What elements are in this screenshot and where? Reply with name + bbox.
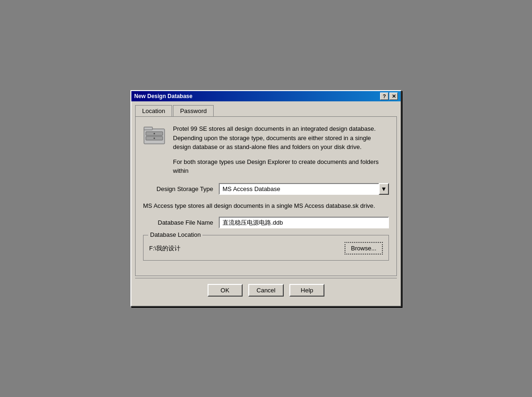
dialog-content: Location Password [131,101,401,306]
dialog-footer: OK Cancel Help [135,278,397,302]
svg-point-5 [154,138,155,139]
storage-type-select-wrapper: MS Access Database Windows File System ▼ [219,183,389,195]
close-title-btn[interactable]: ✕ [389,92,398,100]
title-bar-controls: ? ✕ [380,92,398,100]
db-file-name-row: Database File Name [143,217,389,228]
tab-bar: Location Password [135,105,397,116]
help-button[interactable]: Help [289,284,324,297]
info-text-1: Protel 99 SE stores all design documents… [173,124,389,152]
db-file-name-input[interactable] [219,217,389,228]
db-icon [143,124,165,148]
browse-button[interactable]: Browse... [345,242,383,255]
tab-password[interactable]: Password [173,105,214,116]
help-title-btn[interactable]: ? [380,92,388,100]
db-location-value: F:\我的设计 [149,244,180,253]
dialog-title: New Design Database [134,93,193,99]
storage-type-row: Design Storage Type MS Access Database W… [143,183,389,195]
dialog-window: New Design Database ? ✕ Location Passwor… [130,90,402,307]
storage-type-control: MS Access Database Windows File System ▼ [219,183,389,195]
svg-rect-1 [144,127,152,130]
info-text-2: For both storage types use Design Explor… [173,157,389,176]
db-location-content: F:\我的设计 Browse... [149,242,383,255]
storage-type-select[interactable]: MS Access Database Windows File System [219,183,389,195]
db-location-group: Database Location F:\我的设计 Browse... [143,235,389,261]
tab-panel-location: Protel 99 SE stores all design documents… [135,116,397,276]
info-section: Protel 99 SE stores all design documents… [143,124,389,176]
title-bar: New Design Database ? ✕ [131,91,401,101]
svg-point-4 [154,133,155,135]
cancel-button[interactable]: Cancel [248,284,284,297]
storage-type-label: Design Storage Type [143,185,213,192]
db-file-name-control [219,217,389,228]
storage-help-text: MS Access type stores all design documen… [143,201,389,211]
info-text-block: Protel 99 SE stores all design documents… [173,124,389,176]
ok-button[interactable]: OK [208,284,243,297]
db-location-group-label: Database Location [148,231,202,238]
tab-location[interactable]: Location [135,105,172,117]
db-file-name-label: Database File Name [143,219,213,226]
